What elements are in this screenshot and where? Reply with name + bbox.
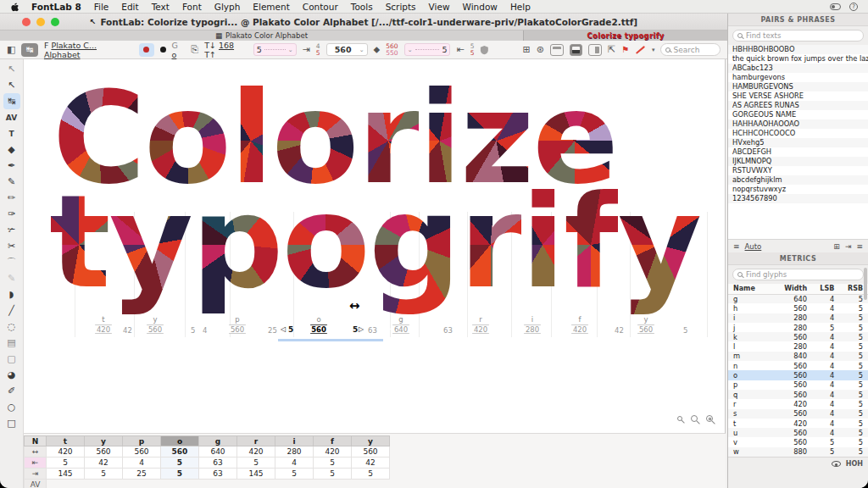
- apple-icon[interactable]: [10, 2, 19, 12]
- sidebearing-handle-icon[interactable]: ▷: [359, 325, 364, 333]
- pairs-list-item[interactable]: ABCDEFGH: [728, 147, 868, 157]
- bottom-table-cell[interactable]: 560: [85, 446, 123, 458]
- canvas-glyph-r[interactable]: r: [459, 167, 521, 317]
- bottom-table-cell[interactable]: 560: [161, 446, 199, 458]
- calligraphy-tool[interactable]: ✑: [3, 206, 20, 222]
- magnet-tool[interactable]: ⌒: [3, 254, 20, 270]
- eraser-tool[interactable]: ◆: [3, 141, 20, 158]
- bottom-table-cell[interactable]: 145: [47, 469, 85, 480]
- shield-icon[interactable]: [480, 45, 489, 55]
- chevron-down-icon[interactable]: ⌄: [288, 47, 293, 53]
- zoom-fit-icon[interactable]: [706, 415, 713, 422]
- stamp-icon[interactable]: ⎘: [191, 45, 198, 54]
- toolbar-search-input[interactable]: Search: [660, 43, 721, 56]
- eyedropper-tool[interactable]: ✐: [3, 383, 20, 399]
- auto-button[interactable]: Auto: [745, 242, 762, 251]
- metrics-row-p[interactable]: p56045: [728, 380, 868, 390]
- metrics-cell[interactable]: 560: [773, 332, 812, 341]
- bottom-table-cell[interactable]: [314, 480, 352, 488]
- canvas-glyph-y[interactable]: y: [618, 167, 700, 317]
- text-larger-button[interactable]: T↑: [204, 50, 216, 59]
- metrics-cell[interactable]: 560: [773, 303, 812, 313]
- metrics-cell[interactable]: 5: [839, 361, 868, 370]
- text-size-value[interactable]: 168: [219, 41, 234, 50]
- send-to-icon[interactable]: ⇥: [845, 242, 852, 251]
- metrics-cell[interactable]: 4: [812, 399, 839, 408]
- metrics-cell[interactable]: 880: [773, 447, 812, 457]
- rectangle-tool[interactable]: □: [3, 415, 20, 431]
- metrics-cell[interactable]: p: [728, 380, 773, 390]
- slant-line-icon[interactable]: [636, 46, 645, 54]
- metrics-cell[interactable]: 5: [839, 323, 868, 332]
- pairs-list-item[interactable]: HAHHAAOHAOOAO: [728, 119, 868, 129]
- bottom-table-cell[interactable]: [352, 480, 390, 488]
- pen-tool[interactable]: ✒: [3, 158, 20, 174]
- metrics-table-icon[interactable]: ⊞: [523, 45, 531, 54]
- zoom-out-icon[interactable]: [677, 416, 682, 421]
- gem-icon[interactable]: ⬥: [374, 45, 381, 54]
- lsb-icon[interactable]: ⇤: [25, 458, 47, 469]
- title-bar[interactable]: ↖ FontLab: Colorize typogri... @ Plakato…: [0, 14, 727, 30]
- metrics-row-k[interactable]: k56045: [728, 332, 868, 341]
- metrics-cell[interactable]: i: [728, 313, 773, 323]
- bottom-table-cell[interactable]: 5: [47, 458, 85, 469]
- layout-bottom-icon[interactable]: [570, 44, 583, 56]
- bottom-table-cell[interactable]: 42: [352, 458, 390, 469]
- bottom-table-cell[interactable]: [275, 480, 314, 488]
- sidebar-toggle-icon[interactable]: ◧: [7, 45, 15, 54]
- metrics-cell[interactable]: 560: [773, 370, 812, 380]
- line-tool[interactable]: ╱: [3, 302, 20, 319]
- metrics-cell[interactable]: r: [728, 399, 773, 408]
- metrics-cell[interactable]: 560: [773, 390, 812, 399]
- pairs-list-item[interactable]: GORGEOUS NAME: [728, 110, 868, 119]
- glyph-width-badge[interactable]: 560: [633, 324, 659, 334]
- metrics-cell[interactable]: 5: [839, 332, 868, 341]
- text-tool[interactable]: T: [3, 125, 20, 141]
- metrics-cell[interactable]: 5: [812, 323, 839, 332]
- metrics-row-r[interactable]: r42045: [728, 399, 868, 408]
- pairs-list-item[interactable]: HAMBURGEVONS: [728, 82, 868, 92]
- metrics-cell[interactable]: 5: [812, 447, 839, 457]
- rsb-link-icon[interactable]: ⇥: [303, 45, 310, 54]
- menu-item-window[interactable]: Window: [463, 2, 498, 12]
- bottom-column-y[interactable]: y: [85, 436, 123, 446]
- metrics-cell[interactable]: 280: [773, 341, 812, 351]
- metrics-cell[interactable]: 5: [839, 341, 868, 351]
- black-dot-icon[interactable]: [160, 47, 166, 53]
- glyph-width-badge[interactable]: 420: [91, 324, 116, 334]
- canvas-glyph-y[interactable]: y: [109, 167, 192, 317]
- metrics-cell[interactable]: 4: [812, 341, 839, 351]
- metrics-cell[interactable]: 4: [812, 419, 839, 428]
- lsb-link-icon[interactable]: ⇤: [456, 45, 464, 54]
- menu-item-edit[interactable]: Edit: [121, 2, 138, 12]
- width-field[interactable]: 560 ⌄: [326, 43, 368, 56]
- element-tool[interactable]: ↖: [3, 61, 20, 77]
- shape-tool[interactable]: ◗: [3, 286, 20, 302]
- pairs-list-item[interactable]: HBHHBOHBOOBO: [728, 45, 868, 54]
- bottom-column-o[interactable]: o: [161, 436, 199, 446]
- metrics-cell[interactable]: o: [728, 370, 773, 380]
- bottom-table-cell[interactable]: [237, 480, 275, 488]
- bottom-column-p[interactable]: p: [123, 436, 161, 446]
- contour-tool[interactable]: ↖: [3, 77, 20, 93]
- bottom-table-cell[interactable]: 420: [237, 446, 275, 458]
- lasso-select-icon[interactable]: ⊛: [537, 45, 544, 54]
- metrics-cell[interactable]: 4: [812, 409, 839, 419]
- rsb-icon[interactable]: ⇥: [25, 469, 47, 480]
- bottom-table-cell[interactable]: 5: [352, 469, 390, 480]
- metrics-cell[interactable]: h: [728, 303, 773, 313]
- bottom-table-cell[interactable]: 25: [123, 469, 161, 480]
- metrics-row-l[interactable]: l28045: [728, 341, 868, 351]
- glyph-width-badge[interactable]: 420: [468, 324, 493, 334]
- pairs-list-item[interactable]: HCHHCOHCOOCO: [728, 129, 868, 138]
- metrics-cell[interactable]: 560: [773, 428, 812, 437]
- help-icon[interactable]: ?: [849, 3, 858, 11]
- bottom-column-y[interactable]: y: [352, 436, 390, 446]
- metrics-row-n[interactable]: n56045: [728, 361, 868, 370]
- metrics-row-q[interactable]: q56045: [728, 390, 868, 399]
- glyph-width-badge[interactable]: 560: [142, 324, 168, 334]
- bottom-column-g[interactable]: g: [199, 436, 237, 446]
- canvas-glyph-p[interactable]: p: [192, 167, 282, 317]
- bottom-table-cell[interactable]: 280: [275, 446, 314, 458]
- bottom-table-cell[interactable]: 5: [314, 458, 352, 469]
